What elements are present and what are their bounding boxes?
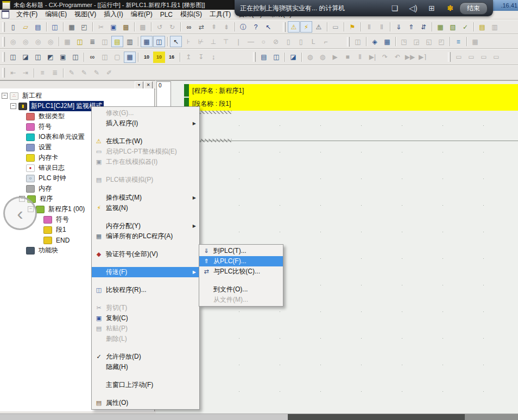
zoom-out-icon[interactable]: ◎ xyxy=(20,36,31,47)
print-icon[interactable]: ▦ xyxy=(66,21,78,33)
monitor-window-2-icon[interactable]: ▭ xyxy=(465,52,477,63)
edit-4-icon[interactable]: ◰ xyxy=(435,36,447,47)
contact-no-icon[interactable]: ⊦ xyxy=(182,36,194,47)
section-name-row[interactable]: [段名称 : 段1] xyxy=(189,97,518,111)
sim-to-end-icon[interactable]: ▶⌉ xyxy=(416,52,428,63)
menu-item-properties[interactable]: ▤属性(O) xyxy=(92,398,199,408)
io-table-icon[interactable]: ▤ xyxy=(476,21,488,33)
zoom-custom-icon[interactable]: ◎ xyxy=(45,36,56,47)
contact-nc-icon[interactable]: ⊬ xyxy=(195,36,207,47)
toolbar-grip[interactable] xyxy=(283,22,286,32)
menu-item-transfer[interactable]: 传送(F)▶ xyxy=(92,267,199,277)
window-6-icon[interactable]: ◫ xyxy=(70,52,81,63)
force-cancel-icon[interactable]: ↨ xyxy=(207,52,219,63)
menu-item-monitor[interactable]: ⚡监视(N) xyxy=(92,203,199,213)
zoom-fit-icon[interactable]: ◎ xyxy=(32,36,44,47)
address-reference-icon[interactable]: ▥ xyxy=(124,36,136,47)
horizontal-line-icon[interactable]: — xyxy=(245,36,257,47)
menu-item-float-on-main-window[interactable]: 主窗口上浮动(F) xyxy=(92,380,199,390)
sim-step-out-icon[interactable]: ↶ xyxy=(391,52,403,63)
new-file-icon[interactable]: ▯ xyxy=(7,21,19,33)
vertical-line-icon[interactable]: | xyxy=(232,36,244,47)
rung-list-2-icon[interactable]: ≣ xyxy=(49,67,61,79)
window-5-icon[interactable]: ▣ xyxy=(57,52,69,63)
watch-1-icon[interactable]: ◫ xyxy=(99,52,111,63)
monitor-decimal-icon[interactable]: 10 xyxy=(141,52,153,63)
plc-pt-simulation-icon[interactable]: ▭ xyxy=(330,21,342,33)
floating-back-button[interactable]: ‹ xyxy=(3,196,37,230)
sunflower-icon[interactable]: ✽ xyxy=(441,4,459,12)
toolbar-grip[interactable] xyxy=(347,37,350,47)
undo-icon[interactable]: ↺ xyxy=(154,21,166,33)
toolbar-grip[interactable] xyxy=(2,22,5,32)
sim-step-over-icon[interactable]: ↷ xyxy=(379,52,391,63)
show-comments-icon[interactable]: ◫ xyxy=(74,36,86,47)
instruction-icon[interactable]: ▯ xyxy=(282,36,294,47)
monitor-window-4-icon[interactable]: ▭ xyxy=(490,52,502,63)
sim-stop-icon[interactable]: ■ xyxy=(342,52,353,63)
tree-expander-icon[interactable]: − xyxy=(10,103,16,109)
mnemonic-view-icon[interactable]: ▦ xyxy=(141,36,153,47)
zoom-in-icon[interactable]: ◎ xyxy=(7,36,19,47)
instruction-2-icon[interactable]: ▯ xyxy=(295,36,307,47)
menu-item-compile-all-plc-programs[interactable]: ▦编译所有的PLC程序(A) xyxy=(92,231,199,241)
menu-item-compare-program[interactable]: ◫比较程序(R)... xyxy=(92,285,199,295)
fb-open-icon[interactable]: ◫ xyxy=(270,52,282,63)
find-previous-icon[interactable]: ⇞ xyxy=(208,21,220,33)
watch-grey-icon[interactable]: ▦ xyxy=(469,36,481,47)
force-on-icon[interactable]: ↥ xyxy=(182,52,194,63)
tree-expander-icon[interactable]: − xyxy=(2,93,8,99)
menu-item-from-plc[interactable]: ⇑从PLC(F)... xyxy=(199,256,283,266)
print-preview-icon[interactable]: ◰ xyxy=(78,21,90,33)
menu-item-compare-with-plc[interactable]: ⇄与PLC比较(C)... xyxy=(199,266,283,277)
menubar-item-edit[interactable]: 编辑(E) xyxy=(41,9,71,20)
contact-or-no-icon[interactable]: ⊥ xyxy=(207,36,219,47)
menubar-item-programming[interactable]: 编程(P) xyxy=(127,9,156,20)
monitor-icon[interactable]: ⊞ xyxy=(422,4,441,12)
toolbar-grip[interactable] xyxy=(448,52,451,62)
replace-icon[interactable]: ⇄ xyxy=(195,21,207,33)
sim-scan-run-icon[interactable]: ◍ xyxy=(304,52,316,63)
help-icon[interactable]: ? xyxy=(250,21,262,33)
unit-settings-icon[interactable]: ▥ xyxy=(489,21,501,33)
find-icon[interactable]: ∞ xyxy=(183,21,195,33)
menubar-item-insert[interactable]: 插入(I) xyxy=(100,9,127,20)
menubar-item-view[interactable]: 视图(V) xyxy=(71,9,100,20)
sim-fast-forward-icon[interactable]: ▶▶ xyxy=(404,52,416,63)
works-online-1-icon[interactable]: ◈ xyxy=(369,36,381,47)
speaker-icon[interactable]: ◁) xyxy=(404,4,422,12)
monitor-window-1-icon[interactable]: ▭ xyxy=(453,52,465,63)
local-symbols-icon[interactable]: ▤ xyxy=(111,36,123,47)
end-session-button[interactable]: 结束 xyxy=(459,2,488,15)
context-help-icon[interactable]: ↖ xyxy=(262,21,274,33)
window-4-icon[interactable]: ◩ xyxy=(45,52,56,63)
fullscreen-icon[interactable]: ❏ xyxy=(386,4,404,12)
cut-icon[interactable]: ✂ xyxy=(95,21,107,33)
menu-item-hide[interactable]: 隐藏(H) xyxy=(92,362,199,372)
mdi-child-icon[interactable] xyxy=(2,10,9,18)
contact-or-nc-icon[interactable]: ⊤ xyxy=(220,36,232,47)
rung-list-1-icon[interactable]: ≡ xyxy=(36,67,48,79)
toolbar-grip[interactable] xyxy=(2,52,5,62)
sim-continuous-run-icon[interactable]: ◍ xyxy=(317,52,329,63)
window-3-icon[interactable]: ◫ xyxy=(32,52,44,63)
pen-1-icon[interactable]: ✎ xyxy=(66,67,78,79)
new-plc-icon[interactable]: ◫ xyxy=(352,36,364,47)
works-online-2-icon[interactable]: ▦ xyxy=(381,36,393,47)
sim-play-icon[interactable]: ▶ xyxy=(329,52,341,63)
pause-a-icon[interactable]: Ⅱ xyxy=(363,21,375,33)
monitor-hex-icon[interactable]: 16 xyxy=(166,52,178,63)
transfer-to-plc-icon[interactable]: ⇓ xyxy=(393,21,405,33)
program-name-row[interactable]: [程序名 : 新程序1] xyxy=(189,84,518,97)
pane-minimize-button[interactable]: ▾ xyxy=(135,81,143,89)
menu-item-to-file[interactable]: 到文件(O)... xyxy=(199,284,283,295)
menu-item-copy[interactable]: ▣复制(C) xyxy=(92,313,199,323)
compile-icon[interactable]: ▦ xyxy=(434,21,446,33)
find-next-icon[interactable]: ⇟ xyxy=(220,21,232,33)
toolbar-grip[interactable] xyxy=(253,52,256,62)
pen-4-icon[interactable]: ✐ xyxy=(103,67,115,79)
cross-reference-icon[interactable]: ◫ xyxy=(99,36,111,47)
menu-item-verify-symbols-all[interactable]: ◆验证符号(全部)(V) xyxy=(92,249,199,259)
pause-b-icon[interactable]: Ⅱ xyxy=(376,21,388,33)
program-check-icon[interactable]: ✓ xyxy=(459,21,471,33)
